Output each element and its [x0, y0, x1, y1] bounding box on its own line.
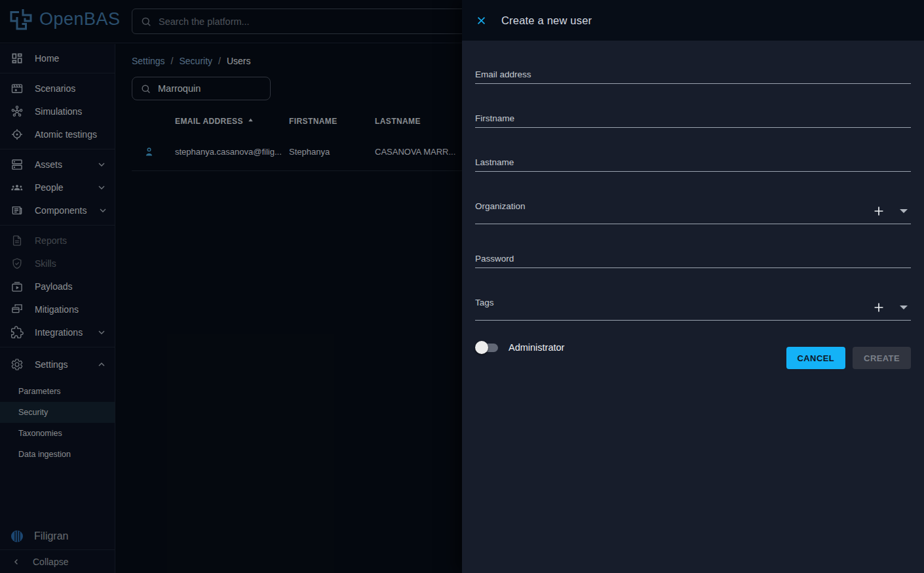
organization-field[interactable]: Organization — [475, 201, 911, 224]
openbas-app: OpenBAS Home Scenarios Simulations — [0, 0, 924, 573]
tags-adornments — [872, 300, 911, 315]
administrator-label: Administrator — [509, 342, 564, 353]
firstname-label: Firstname — [475, 113, 911, 123]
drawer-header: Create a new user — [462, 0, 924, 41]
input-underline — [475, 127, 911, 128]
close-icon — [476, 15, 487, 26]
cancel-button[interactable]: CANCEL — [786, 347, 846, 369]
plus-icon — [872, 300, 886, 315]
organization-adornments — [872, 204, 911, 218]
tags-dropdown-caret[interactable] — [900, 306, 908, 309]
plus-icon — [872, 204, 886, 218]
password-field[interactable]: Password — [475, 254, 911, 268]
form-actions: CANCEL CREATE — [786, 347, 911, 369]
input-underline — [475, 171, 911, 172]
input-underline — [475, 224, 911, 224]
administrator-toggle[interactable] — [475, 340, 500, 355]
toggle-thumb — [475, 341, 488, 354]
input-underline — [475, 83, 911, 84]
firstname-field[interactable]: Firstname — [475, 113, 911, 128]
create-user-drawer: Create a new user Email address Firstnam… — [462, 0, 924, 573]
email-label: Email address — [475, 69, 911, 79]
lastname-label: Lastname — [475, 157, 911, 167]
add-tag-button[interactable] — [872, 300, 886, 315]
drawer-backdrop[interactable] — [0, 0, 462, 573]
drawer-title: Create a new user — [501, 14, 592, 27]
add-organization-button[interactable] — [872, 204, 886, 218]
lastname-field[interactable]: Lastname — [475, 157, 911, 172]
create-button[interactable]: CREATE — [853, 347, 911, 369]
create-user-form: Email address Firstname Lastname Organiz… — [462, 41, 924, 369]
administrator-toggle-wrap: Administrator — [475, 340, 564, 355]
form-footer: Administrator CANCEL CREATE — [475, 339, 911, 369]
close-drawer-button[interactable] — [472, 11, 490, 30]
organization-dropdown-caret[interactable] — [900, 209, 908, 213]
tags-label: Tags — [475, 298, 911, 307]
password-label: Password — [475, 254, 911, 264]
input-underline — [475, 320, 911, 321]
input-underline — [475, 267, 911, 268]
tags-field[interactable]: Tags — [475, 298, 911, 321]
email-field[interactable]: Email address — [475, 69, 911, 84]
organization-label: Organization — [475, 201, 911, 211]
